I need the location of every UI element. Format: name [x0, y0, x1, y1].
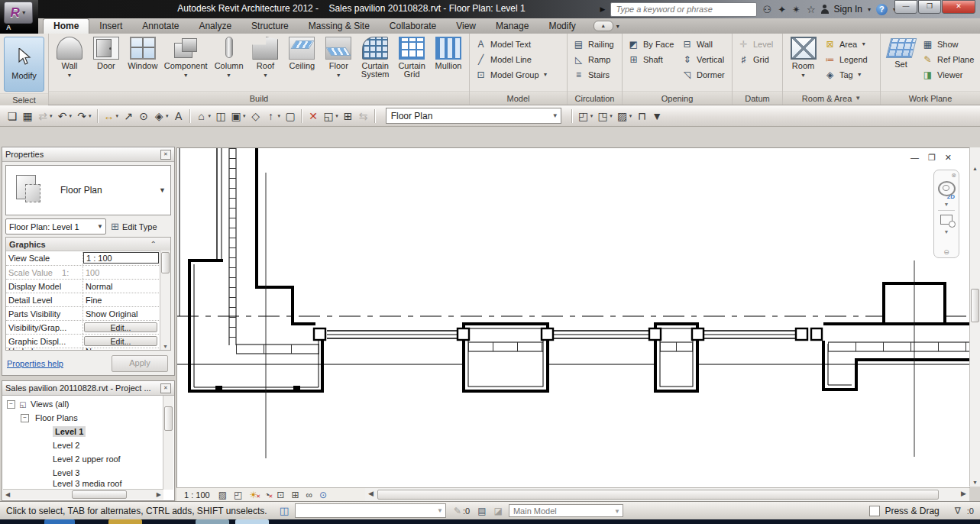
scrollbar-thumb[interactable] [377, 490, 939, 500]
tree-item[interactable]: Level 2 [3, 438, 163, 452]
tree-expander-icon[interactable] [40, 429, 47, 435]
scrollbar-thumb[interactable] [161, 252, 170, 273]
ceiling-button[interactable]: Ceiling [284, 35, 320, 91]
infocenter-icon[interactable]: ✴ [792, 4, 800, 15]
curtain-grid-button[interactable]: Curtain Grid [394, 35, 430, 91]
qat-button[interactable]: ↷▾ [74, 108, 94, 124]
search-input[interactable] [610, 2, 757, 17]
door-button[interactable]: Door [88, 35, 124, 91]
legend-button[interactable]: ≔Legend [824, 53, 868, 66]
qat-button[interactable]: ⇄▾ [35, 108, 55, 124]
floor-plan-drawing[interactable] [177, 148, 970, 487]
opening-shaft-button[interactable]: ⊞Shaft [628, 53, 677, 66]
infocenter-toggle-icon[interactable]: ▶ [600, 5, 606, 13]
qat-button[interactable]: A▾ [171, 108, 186, 124]
qat-button[interactable]: ▣▾ [228, 108, 248, 124]
minimize-button[interactable]: — [894, 0, 917, 14]
taskbar-app[interactable] [196, 519, 229, 524]
navbar-collapse-icon[interactable]: ⊖ [943, 248, 949, 256]
ref-plane-button[interactable]: ✎Ref Plane [922, 53, 974, 66]
infocenter-icon[interactable]: ⚇ [762, 4, 771, 15]
component-button[interactable]: Component▼ [161, 35, 210, 91]
tag-room-button[interactable]: ◈Tag▼ [824, 68, 868, 81]
panel-dropdown-icon[interactable]: ▼ [855, 92, 861, 105]
navbar-close-icon[interactable]: ⊗ [951, 172, 956, 179]
scroll-right-icon[interactable]: ▶ [961, 490, 966, 497]
qat-button[interactable]: ⌂▾ [194, 108, 214, 124]
modify-button[interactable]: Modify [4, 37, 44, 92]
scrollbar-thumb[interactable] [164, 406, 173, 431]
sign-in-icon[interactable] [821, 5, 829, 14]
qat-button[interactable]: ▼▾ [649, 108, 665, 124]
chevron-down-icon[interactable]: ▼ [944, 229, 949, 235]
opening-wall-button[interactable]: ⊟Wall [681, 37, 725, 50]
ramp-button[interactable]: ◺Ramp [573, 53, 614, 66]
chevron-down-icon[interactable]: ▼ [944, 202, 949, 207]
properties-scrollbar[interactable]: ▼ [160, 251, 170, 350]
tree-expander-icon[interactable] [40, 470, 47, 477]
qat-button[interactable]: ✕▾ [306, 108, 321, 124]
property-value[interactable]: N [83, 348, 160, 351]
taskbar-app[interactable] [44, 519, 75, 524]
view-control-icon[interactable]: ▨ [218, 490, 227, 500]
infocenter-icon[interactable]: ✦ [778, 4, 786, 15]
scroll-left-icon[interactable]: ◀ [368, 490, 374, 497]
tree-item[interactable]: − Floor Plans [3, 411, 163, 425]
window-button[interactable]: Window [125, 35, 160, 91]
apply-button[interactable]: Apply [112, 355, 168, 372]
qat-button[interactable]: ▾ [301, 109, 302, 123]
drawing-area[interactable]: — ❐ ✕ ⊗ 2D ▼ ▼ ⊖ [176, 147, 970, 488]
column-button[interactable]: Column▼ [211, 35, 247, 91]
room-button[interactable]: Room▼ [785, 35, 821, 91]
scrollbar-thumb[interactable] [971, 289, 979, 322]
property-value[interactable]: Edit... [84, 336, 157, 346]
worksets-selector[interactable]: ▼ [295, 503, 446, 518]
scroll-right-icon[interactable]: ▶ [157, 490, 161, 500]
infocenter-icon[interactable]: ☆ [807, 4, 816, 15]
scroll-down-icon[interactable]: ▼ [970, 480, 980, 485]
close-icon[interactable]: ✕ [160, 383, 171, 393]
browser-horizontal-scrollbar[interactable]: ◀ ▶ [3, 489, 163, 500]
tree-expander-icon[interactable] [40, 480, 47, 487]
ribbon-tab[interactable]: Home [43, 18, 89, 34]
ribbon-minimize-button[interactable]: ▲ [593, 21, 613, 31]
wall-button[interactable]: Wall▼ [51, 35, 87, 91]
type-selector[interactable]: Floor Plan ▼ [5, 165, 171, 215]
qat-button[interactable]: ↶▾ [55, 108, 75, 124]
view-control-icon[interactable]: ⊡ [277, 490, 284, 500]
qat-button[interactable]: ↔▾ [102, 108, 121, 124]
property-value[interactable]: Normal [83, 280, 160, 293]
opening-by-face-button[interactable]: ◩By Face [628, 37, 677, 50]
browser-vertical-scrollbar[interactable] [163, 396, 173, 490]
properties-help-link[interactable]: Properties help [7, 359, 63, 368]
model-text-button[interactable]: AModel Text [475, 37, 548, 50]
design-options-selector[interactable]: Main Model ▼ [509, 504, 623, 517]
ribbon-tab[interactable]: Massing & Site [299, 19, 380, 34]
set-button[interactable]: Set [883, 35, 919, 91]
ribbon-tab[interactable]: Annotate [132, 19, 189, 34]
graphics-section-header[interactable]: Graphics [6, 238, 170, 251]
sign-in-dropdown-icon[interactable]: ▾ [868, 6, 871, 13]
opening-dormer-button[interactable]: ◹Dormer [681, 68, 725, 81]
zoom-tool-icon[interactable] [940, 215, 953, 225]
ribbon-tab[interactable]: Structure [241, 19, 299, 34]
property-value[interactable]: Edit... [84, 322, 157, 332]
mullion-button[interactable]: Mullion [431, 35, 467, 91]
view-control-icon[interactable]: ◔✕ [264, 490, 270, 500]
area-button[interactable]: ⊠Area▼ [824, 37, 868, 50]
tree-item[interactable]: Level 2 upper roof [3, 452, 163, 466]
ribbon-tab[interactable]: Analyze [189, 19, 241, 34]
qat-button[interactable]: ◈▾ [151, 108, 171, 124]
property-value[interactable]: 1 : 100 [83, 252, 159, 264]
scroll-up-icon[interactable]: ▲ [970, 166, 980, 171]
tree-item[interactable]: Level 3 [3, 466, 163, 480]
tree-item[interactable]: − ◱ Views (all) [3, 397, 163, 411]
show-work-plane-button[interactable]: ▦Show [922, 37, 974, 50]
horizontal-scrollbar[interactable]: ◀ ▶ [365, 487, 969, 501]
qat-button[interactable]: ⇆▾ [356, 108, 371, 124]
qat-button[interactable]: ◇▾ [248, 108, 264, 124]
worksets-icon[interactable]: ◫ [280, 505, 289, 516]
grid-button[interactable]: ♯Grid [738, 53, 773, 66]
view-minimize-icon[interactable]: — [910, 153, 919, 163]
view-control-icon[interactable]: ⊞ [291, 490, 299, 500]
